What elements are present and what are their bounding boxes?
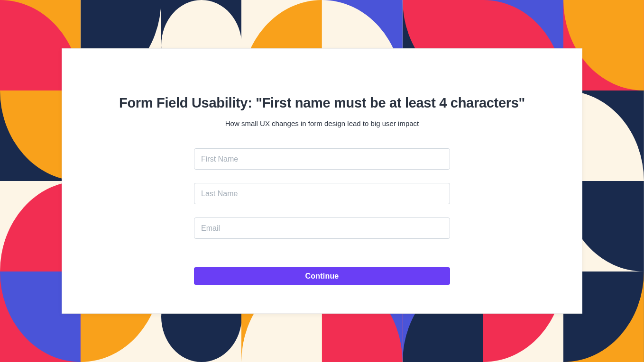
continue-button[interactable]: Continue [194,267,450,285]
last-name-field[interactable] [194,183,450,204]
page-subtitle: How small UX changes in form design lead… [225,119,419,127]
first-name-field[interactable] [194,148,450,170]
email-field[interactable] [194,217,450,239]
signup-form [194,148,450,239]
form-card: Form Field Usability: "First name must b… [62,48,582,314]
page-title: Form Field Usability: "First name must b… [119,95,525,111]
